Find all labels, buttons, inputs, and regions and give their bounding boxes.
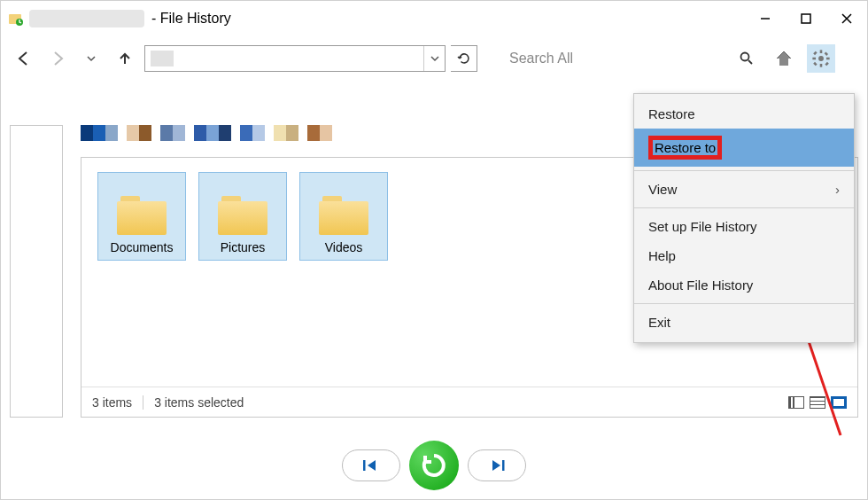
strip-swatch — [160, 125, 173, 141]
address-thumbnail — [151, 51, 174, 66]
svg-rect-8 — [820, 50, 823, 53]
strip-swatch — [81, 125, 93, 141]
svg-rect-11 — [826, 58, 830, 60]
up-button[interactable] — [111, 44, 139, 73]
app-icon — [8, 11, 24, 27]
search-input[interactable]: Search All — [502, 45, 761, 72]
strip-swatch — [231, 125, 240, 141]
strip-swatch — [286, 125, 298, 141]
folder-icon — [117, 196, 167, 235]
back-button[interactable] — [10, 44, 38, 73]
svg-rect-16 — [363, 460, 366, 471]
address-bar[interactable] — [144, 45, 446, 72]
strip-swatch — [173, 125, 185, 141]
previous-version-button[interactable] — [342, 449, 400, 481]
svg-rect-6 — [779, 58, 788, 66]
home-button[interactable] — [770, 44, 798, 73]
menu-about[interactable]: About File History — [634, 270, 854, 300]
item-label: Documents — [111, 240, 174, 254]
title-redacted — [29, 10, 144, 27]
menu-separator — [634, 303, 854, 304]
menu-setup[interactable]: Set up File History — [634, 212, 854, 241]
menu-restore[interactable]: Restore — [634, 99, 854, 129]
toolbar: Search All — [1, 36, 867, 81]
strip-swatch — [320, 125, 332, 141]
view-switcher — [788, 396, 847, 409]
strip-swatch — [219, 125, 231, 141]
close-button[interactable] — [826, 1, 867, 36]
menu-exit[interactable]: Exit — [634, 308, 854, 337]
menu-help[interactable]: Help — [634, 241, 854, 270]
item-label: Pictures — [221, 240, 266, 254]
restore-button[interactable] — [409, 441, 459, 490]
strip-swatch — [194, 125, 206, 141]
menu-separator — [634, 170, 854, 171]
list-view-button[interactable] — [810, 396, 825, 409]
strip-swatch — [252, 125, 265, 141]
folder-documents[interactable]: Documents — [97, 172, 186, 261]
history-controls — [1, 441, 867, 490]
svg-rect-15 — [813, 62, 817, 66]
strip-swatch — [206, 125, 219, 141]
maximize-button[interactable] — [786, 1, 826, 36]
strip-swatch — [151, 125, 160, 141]
folder-videos[interactable]: Videos — [299, 172, 388, 261]
chevron-right-icon: › — [835, 182, 840, 197]
menu-label: Set up File History — [648, 219, 757, 234]
address-dropdown[interactable] — [423, 46, 445, 71]
strip-swatch — [127, 125, 139, 141]
selection-count: 3 items selected — [154, 395, 244, 410]
menu-label: View — [648, 182, 677, 197]
svg-rect-17 — [502, 460, 505, 471]
sidebar-panel[interactable] — [10, 125, 63, 418]
menu-restore-to[interactable]: Restore to — [634, 129, 854, 167]
annotation-highlight: Restore to — [648, 136, 722, 160]
menu-view[interactable]: View › — [634, 175, 854, 204]
svg-line-5 — [748, 60, 752, 64]
svg-rect-12 — [813, 51, 817, 55]
svg-rect-13 — [825, 62, 828, 66]
strip-swatch — [118, 125, 127, 141]
item-count: 3 items — [92, 395, 132, 410]
settings-button[interactable] — [807, 44, 835, 73]
svg-rect-9 — [820, 64, 823, 67]
folder-icon — [218, 196, 267, 235]
menu-label: Help — [648, 248, 676, 263]
strip-swatch — [274, 125, 286, 141]
strip-swatch — [185, 125, 194, 141]
history-dropdown[interactable] — [77, 44, 105, 73]
search-icon — [740, 51, 754, 66]
svg-point-4 — [741, 53, 749, 61]
strip-swatch — [93, 125, 105, 141]
strip-swatch — [240, 125, 252, 141]
settings-context-menu: Restore Restore to View › Set up File Hi… — [633, 93, 855, 343]
window-title: - File History — [151, 11, 231, 27]
folder-pictures[interactable]: Pictures — [198, 172, 287, 261]
refresh-button[interactable] — [451, 45, 477, 72]
strip-swatch — [105, 125, 118, 141]
search-placeholder: Search All — [509, 51, 573, 66]
strip-swatch — [265, 125, 274, 141]
menu-label: About File History — [648, 277, 753, 293]
svg-point-7 — [818, 56, 824, 61]
status-separator — [143, 395, 143, 410]
item-label: Videos — [325, 240, 363, 254]
svg-rect-3 — [802, 14, 810, 23]
strip-swatch — [307, 125, 320, 141]
title-bar: - File History — [1, 1, 867, 36]
menu-separator — [634, 207, 854, 208]
forward-button[interactable] — [43, 44, 72, 73]
strip-swatch — [139, 125, 151, 141]
details-view-button[interactable] — [788, 396, 804, 409]
minimize-button[interactable] — [745, 1, 786, 36]
strip-swatch — [298, 125, 307, 141]
thumb-view-button[interactable] — [831, 396, 847, 409]
menu-label: Exit — [648, 315, 670, 330]
svg-rect-10 — [812, 58, 816, 60]
next-version-button[interactable] — [468, 449, 526, 481]
menu-label: Restore to — [655, 140, 716, 155]
menu-label: Restore — [648, 106, 695, 121]
address-input[interactable] — [145, 46, 423, 71]
folder-icon — [319, 196, 368, 235]
status-bar: 3 items 3 items selected — [81, 387, 857, 417]
